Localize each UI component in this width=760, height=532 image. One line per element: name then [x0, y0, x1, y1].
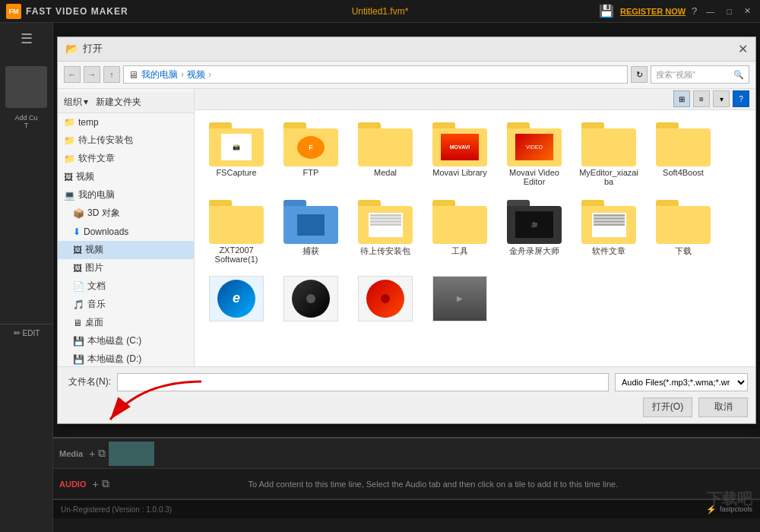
- layer-media-button[interactable]: ⧉: [98, 447, 106, 460]
- file-label: 下载: [675, 245, 692, 257]
- computer-icon: 💻: [64, 190, 75, 201]
- dialog-title-bar: 📂 打开 ✕: [58, 37, 755, 62]
- file-item-ftp[interactable]: F FTP: [277, 118, 345, 189]
- back-button[interactable]: ←: [64, 66, 81, 83]
- menu-icon[interactable]: ☰: [21, 30, 33, 47]
- file-item-medal[interactable]: Medal: [351, 118, 420, 189]
- path-bar[interactable]: 🖥 我的电脑 › 视频 ›: [123, 65, 628, 84]
- organize-button[interactable]: 组织 ▾: [64, 96, 88, 109]
- folder-swart: [581, 198, 636, 244]
- folder-ftp: F: [283, 121, 338, 166]
- file-item-ie[interactable]: e: [202, 273, 271, 326]
- tree-item-downloads[interactable]: ⬇ Downloads: [58, 223, 194, 241]
- audio-label: AUDIO: [59, 480, 86, 489]
- new-folder-button[interactable]: 新建文件夹: [96, 96, 141, 109]
- forward-button[interactable]: →: [84, 66, 100, 83]
- dialog-close-button[interactable]: ✕: [738, 42, 748, 56]
- folder-icon: 📁: [64, 135, 75, 146]
- file-grid: 📸 FSCapture F: [195, 110, 755, 366]
- tree-item-disk-c[interactable]: 💾 本地磁盘 (C:): [58, 332, 194, 350]
- tree-item-computer[interactable]: 💻 我的电脑: [58, 186, 194, 204]
- path-item-computer[interactable]: 我的电脑: [141, 68, 178, 81]
- add-media-button[interactable]: +: [89, 448, 95, 460]
- tree-panel: 组织 ▾ 新建文件夹 📁 temp 📁 待上传安装包: [58, 89, 195, 366]
- file-label: Medal: [374, 168, 397, 177]
- close-button[interactable]: ✕: [741, 6, 754, 16]
- tree-item-desktop[interactable]: 🖥 桌面: [58, 314, 194, 332]
- tree-item-videos[interactable]: 🖼 视频: [58, 241, 194, 259]
- audio-hint: To Add content to this time line, Select…: [112, 480, 754, 489]
- preview-thumb: [5, 66, 47, 108]
- organize-chevron: ▾: [84, 97, 88, 107]
- tree-item-temp[interactable]: 📁 temp: [58, 113, 194, 131]
- file-item-tools[interactable]: 工具: [426, 195, 494, 267]
- save-icon[interactable]: 💾: [599, 4, 614, 18]
- cancel-button[interactable]: 取消: [698, 397, 748, 417]
- help-button[interactable]: ?: [692, 5, 697, 17]
- file-label: FTP: [303, 168, 319, 177]
- file-item-video[interactable]: ▶: [426, 273, 494, 326]
- dialog-icon: 📂: [65, 43, 78, 55]
- register-link[interactable]: REGISTER NOW: [620, 7, 686, 16]
- brand-icon: ⚡: [706, 505, 717, 515]
- timeline-area: Media + ⧉ AUDIO + ⧉ To Add content to th…: [53, 437, 760, 532]
- folder-jinzhou: 🎥: [507, 198, 562, 244]
- file-item-disc2[interactable]: [351, 273, 420, 326]
- path-item-videos[interactable]: 视频: [187, 68, 205, 81]
- list-view-button[interactable]: ≡: [693, 90, 710, 107]
- filetype-select[interactable]: Audio Files(*.mp3;*.wma;*.wr: [615, 373, 748, 391]
- path-computer: 🖥: [128, 69, 138, 81]
- filename-input[interactable]: [117, 373, 609, 391]
- downloads-icon: ⬇: [73, 226, 81, 237]
- add-content-button[interactable]: Add CuT: [14, 114, 37, 129]
- doc-title: Untitled1.fvm*: [352, 6, 409, 17]
- file-item-jinzhou[interactable]: 🎥 金舟录屏大师: [500, 195, 568, 267]
- grid-view-button[interactable]: ⊞: [673, 90, 690, 107]
- dialog-overlay: 📂 打开 ✕ ← → ↑ 🖥 我的电脑 › 视频 › ↻ 搜索"视频": [53, 23, 760, 437]
- file-item-fscapture[interactable]: 📸 FSCapture: [202, 118, 271, 189]
- minimize-button[interactable]: —: [703, 7, 717, 16]
- filename-label: 文件名(N):: [65, 375, 111, 388]
- maximize-button[interactable]: □: [724, 7, 735, 16]
- edit-label[interactable]: ✏ EDIT: [0, 324, 53, 342]
- file-item-download[interactable]: 下载: [649, 195, 717, 267]
- file-item-zxt[interactable]: ZXT2007 Software(1): [202, 195, 271, 267]
- help-view-button[interactable]: ?: [733, 90, 749, 107]
- tree-item-pictures[interactable]: 🖼 图片: [58, 259, 194, 277]
- folder-soft4boost: [656, 121, 711, 166]
- desktop-icon: 🖥: [73, 318, 82, 328]
- up-button[interactable]: ↑: [103, 66, 120, 83]
- file-item-swart[interactable]: 软件文章: [575, 195, 643, 267]
- tree-item-disk-d[interactable]: 💾 本地磁盘 (D:): [58, 350, 194, 366]
- media-label: Media: [59, 449, 83, 458]
- refresh-button[interactable]: ↻: [631, 66, 648, 83]
- search-placeholder: 搜索"视频": [656, 69, 695, 81]
- tree-item-music[interactable]: 🎵 音乐: [58, 296, 194, 314]
- file-item-movavi-library[interactable]: MOVAVI Movavi Library: [426, 118, 494, 189]
- file-item-pending[interactable]: 待上传安装包: [351, 195, 420, 267]
- tree-item-video-top[interactable]: 🖼 视频: [58, 168, 194, 186]
- file-dialog: 📂 打开 ✕ ← → ↑ 🖥 我的电脑 › 视频 › ↻ 搜索"视频": [57, 36, 756, 424]
- file-item-capture[interactable]: 捕获: [277, 195, 345, 267]
- layer-audio-button[interactable]: ⧉: [102, 477, 109, 490]
- tree-item-upload[interactable]: 📁 待上传安装包: [58, 131, 194, 150]
- tree-item-docs[interactable]: 📄 文档: [58, 277, 194, 296]
- file-item-movavi-editor[interactable]: VIDEO Movavi Video Editor: [500, 118, 568, 189]
- file-item-soft4boost[interactable]: Soft4Boost: [649, 118, 717, 189]
- view-options-button[interactable]: ▾: [713, 90, 730, 107]
- file-label: 捕获: [302, 245, 319, 257]
- pictures-icon: 🖼: [73, 263, 82, 274]
- file-label: Movavi Video Editor: [503, 168, 565, 186]
- add-audio-button[interactable]: +: [92, 478, 98, 490]
- file-item-myeditor[interactable]: MyEditor_xiazaiba: [575, 118, 643, 189]
- brand-logo: ⚡ fastpctools: [706, 505, 752, 515]
- dialog-bottom: 文件名(N): Audio Files(*.mp3;*.wma;*.wr 打开(…: [58, 366, 755, 423]
- open-button[interactable]: 打开(O): [643, 397, 692, 417]
- tree-item-3d[interactable]: 📦 3D 对象: [58, 204, 194, 223]
- folder-capture: [283, 198, 338, 244]
- file-label: 工具: [451, 245, 468, 257]
- media-row: Media + ⧉: [53, 439, 760, 469]
- tree-item-articles[interactable]: 📁 软件文章: [58, 150, 194, 168]
- file-item-disc[interactable]: [277, 273, 345, 326]
- search-box[interactable]: 搜索"视频" 🔍: [651, 65, 749, 84]
